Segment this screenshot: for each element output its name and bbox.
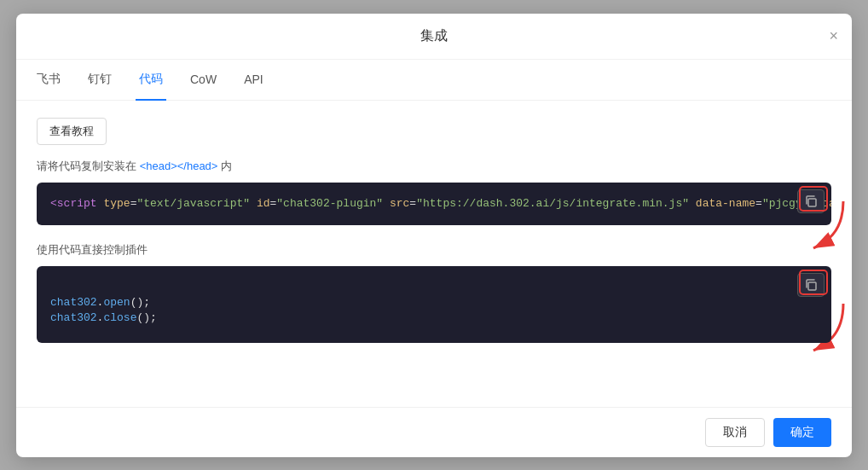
code-text-2: chat302.open(); chat302.close(); — [50, 296, 157, 324]
copy-button-2[interactable] — [797, 273, 825, 297]
modal-title: 集成 — [420, 27, 448, 45]
close-button[interactable]: × — [829, 28, 838, 44]
copy-button-1[interactable] — [797, 189, 825, 213]
tutorial-button[interactable]: 查看教程 — [37, 118, 107, 145]
modal-footer: 取消 确定 — [16, 407, 852, 457]
tab-feishu[interactable]: 飞书 — [33, 60, 64, 101]
integration-modal: 集成 × 飞书 钉钉 代码 CoW API 查看教程 请将代码复制安装在 <he… — [16, 14, 852, 457]
code-block-2-wrapper: chat302.open(); chat302.close(); — [37, 266, 831, 343]
tabs-bar: 飞书 钉钉 代码 CoW API — [16, 60, 852, 101]
svg-rect-2 — [808, 199, 816, 206]
code-block-2: chat302.open(); chat302.close(); — [37, 266, 831, 343]
tab-api[interactable]: API — [240, 61, 267, 100]
modal-header: 集成 × — [16, 14, 852, 60]
section1-description: 请将代码复制安装在 <head></head> 内 — [37, 159, 831, 174]
tab-dingding[interactable]: 钉钉 — [84, 60, 115, 101]
cancel-button[interactable]: 取消 — [705, 418, 765, 447]
code-text-1: <script type="text/javascript" id="chat3… — [50, 197, 831, 210]
code-block-1-wrapper: <script type="text/javascript" id="chat3… — [37, 183, 831, 225]
section2-description: 使用代码直接控制插件 — [37, 242, 831, 258]
tab-code[interactable]: 代码 — [136, 60, 166, 101]
confirm-button[interactable]: 确定 — [773, 418, 831, 447]
code-block-1: <script type="text/javascript" id="chat3… — [37, 183, 831, 225]
svg-rect-3 — [808, 282, 816, 290]
tab-cow[interactable]: CoW — [187, 61, 220, 100]
modal-body: 查看教程 请将代码复制安装在 <head></head> 内 <script t… — [16, 101, 852, 407]
